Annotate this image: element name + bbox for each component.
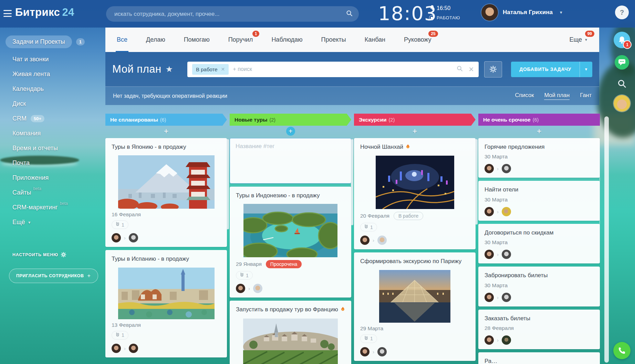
task-card[interactable]: Найти отели30 Марта›: [478, 181, 600, 220]
notifications-button[interactable]: 1: [614, 32, 630, 48]
assignee-avatar[interactable]: [502, 250, 511, 259]
assignee-avatar[interactable]: [502, 164, 511, 173]
assignee-avatar[interactable]: [253, 284, 262, 293]
column-scrollbar[interactable]: [227, 139, 229, 229]
add-task-button[interactable]: ДОБАВИТЬ ЗАДАЧУ ▼: [511, 62, 592, 77]
column-scrollbar[interactable]: [351, 139, 353, 225]
assignee-avatar[interactable]: [129, 344, 138, 353]
task-card[interactable]: Туры в Испанию - в продажу13 Февраля1›: [105, 250, 227, 357]
assistant-avatar[interactable]: [614, 95, 630, 112]
invite-employees-button[interactable]: ПРИГЛАСИТЬ СОТРУДНИКОВ +: [9, 269, 98, 283]
assignee-avatar[interactable]: [485, 164, 494, 173]
view-гант[interactable]: Гант: [580, 92, 592, 100]
tab-поручил[interactable]: Поручил1: [219, 28, 262, 52]
assignee-avatar[interactable]: [485, 293, 494, 302]
tab-все[interactable]: Все: [107, 28, 137, 52]
assignee-avatar[interactable]: [485, 207, 494, 216]
tab-наблюдаю[interactable]: Наблюдаю: [262, 28, 312, 52]
sidebar-item-календарь[interactable]: Календарь: [0, 82, 105, 96]
assignee-avatar[interactable]: [502, 293, 511, 302]
task-card[interactable]: Ра…: [478, 352, 600, 364]
tab-руковожу[interactable]: Руковожу25: [395, 28, 441, 52]
assignee-avatar[interactable]: [485, 335, 494, 345]
bitrix24-logo[interactable]: Битрикс24: [15, 6, 74, 19]
task-image: [236, 204, 345, 257]
task-card[interactable]: Ночной Шанхай20 ФевраляВ работе1›: [354, 138, 476, 249]
task-card[interactable]: Забронировать билеты30 Марта›: [478, 267, 600, 306]
task-card[interactable]: Запустить в продажу тур во Францию: [230, 301, 351, 364]
board-settings-button[interactable]: [484, 61, 502, 77]
filter-search-input[interactable]: [229, 66, 457, 72]
user-menu[interactable]: Наталья Грихина ▼: [481, 4, 563, 21]
tab-канбан[interactable]: Канбан: [355, 28, 395, 52]
add-card-button[interactable]: +: [354, 126, 476, 137]
sidebar-item-crm-маркетинг[interactable]: CRM-маркетингbeta: [0, 200, 105, 215]
column-title: Новые туры: [235, 117, 267, 123]
assignee-avatar[interactable]: [377, 236, 387, 245]
assignee-avatar[interactable]: [129, 233, 138, 242]
task-card[interactable]: Горячие предложения30 Марта›: [478, 138, 600, 178]
view-список[interactable]: Список: [515, 92, 534, 100]
column-header[interactable]: Не очень срочное(6): [478, 114, 600, 126]
filter-chip[interactable]: В работе ✕: [192, 64, 229, 75]
task-card[interactable]: Туры в Японию - в продажу16 Февраля1›: [105, 138, 227, 247]
column-scrollbar[interactable]: [475, 139, 478, 225]
assignee-avatar[interactable]: [236, 284, 245, 293]
sidebar-item-почта[interactable]: Почта: [0, 156, 105, 170]
assignee-avatar[interactable]: [360, 236, 369, 245]
rail-search-button[interactable]: [617, 79, 627, 89]
view-мой-план[interactable]: Мой план: [544, 92, 570, 100]
assignee-avatar[interactable]: [360, 347, 369, 356]
global-search[interactable]: [106, 6, 359, 22]
task-card[interactable]: Туры в Индонезию - в продажу29 ЯнваряПро…: [230, 187, 351, 298]
assignee-avatar[interactable]: [502, 207, 511, 216]
task-card[interactable]: Договориться по скидкам30 Марта›: [478, 224, 600, 263]
global-search-input[interactable]: [106, 11, 346, 18]
column-header[interactable]: Экскурсии(2): [354, 114, 476, 126]
column-header[interactable]: Новые туры(2): [230, 114, 351, 126]
add-card-button[interactable]: +: [105, 126, 227, 137]
add-card-button[interactable]: +: [230, 126, 351, 137]
task-card[interactable]: Сформировать экскурсию по Парижу29 Марта…: [354, 252, 476, 361]
tab-еще[interactable]: Еще▼99: [560, 28, 597, 52]
tab-проекты[interactable]: Проекты: [312, 28, 355, 52]
filter-search-icon[interactable]: [457, 65, 463, 73]
phone-call-button[interactable]: [613, 342, 631, 359]
sidebar-item-crm[interactable]: CRM50+: [0, 111, 105, 126]
hamburger-menu-icon[interactable]: [3, 10, 12, 17]
new-task-title-input[interactable]: [235, 143, 347, 150]
support-chat-button[interactable]: [615, 55, 629, 70]
search-icon[interactable]: [346, 10, 353, 18]
sidebar-item-сайты[interactable]: Сайтыbeta: [0, 185, 105, 200]
add-task-dropdown[interactable]: ▼: [580, 62, 592, 77]
assignee-avatar[interactable]: [377, 347, 387, 356]
help-button[interactable]: ?: [615, 6, 629, 19]
new-task-card[interactable]: [230, 138, 351, 184]
tab-помогаю[interactable]: Помогаю: [175, 28, 219, 52]
work-status-toggle[interactable]: РАБОТАЮ: [429, 15, 460, 20]
assignee-avatar[interactable]: [485, 250, 494, 259]
page-scrollbar[interactable]: [604, 116, 609, 363]
sidebar-item-задачи-и-проекты[interactable]: Задачи и Проекты1: [0, 32, 105, 52]
task-filter[interactable]: В работе ✕ ✕: [187, 62, 479, 77]
assignee-avatar[interactable]: [112, 344, 121, 353]
sidebar-item-чат-и-звонки[interactable]: Чат и звонки: [0, 52, 105, 67]
task-card[interactable]: Заказать билеты28 Февраля›: [478, 310, 600, 349]
tab-делаю[interactable]: Делаю: [137, 28, 175, 52]
sidebar-item-живая-лента[interactable]: Живая лента: [0, 67, 105, 82]
sidebar-item-приложения[interactable]: Приложения: [0, 170, 105, 185]
filter-clear-icon[interactable]: ✕: [468, 65, 474, 73]
sidebar-item-ещ-[interactable]: Ещё▼: [0, 215, 105, 230]
configure-menu-button[interactable]: НАСТРОИТЬ МЕНЮ: [12, 252, 66, 257]
favorite-star-icon[interactable]: ★: [166, 64, 173, 74]
assignee-avatar[interactable]: [502, 335, 511, 345]
add-card-button[interactable]: +: [478, 126, 600, 137]
column-scrollbar[interactable]: [600, 139, 600, 258]
tab-label: Проекты: [321, 36, 346, 43]
sidebar-item-компания[interactable]: Компания: [0, 126, 105, 141]
chip-close-icon[interactable]: ✕: [221, 66, 225, 72]
column-header[interactable]: Не спланированы(6): [105, 114, 227, 126]
sidebar-item-диск[interactable]: Диск: [0, 96, 105, 111]
sidebar-item-время-и-отчеты[interactable]: Время и отчеты: [0, 141, 105, 156]
assignee-avatar[interactable]: [112, 233, 121, 242]
